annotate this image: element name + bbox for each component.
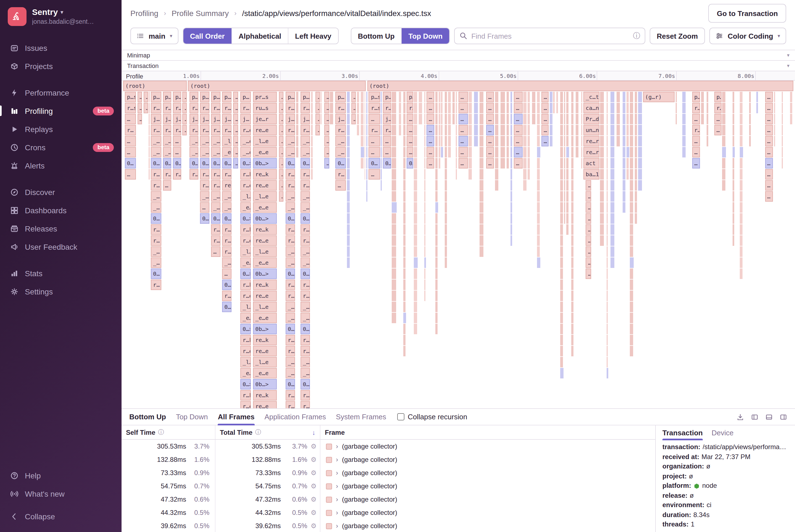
flame-frame[interactable]: _e…e xyxy=(253,147,277,157)
self-time-header[interactable]: Self Time ⓘ xyxy=(121,425,215,439)
flame-stripe[interactable] xyxy=(528,92,530,179)
flame-frame[interactable]: _… xyxy=(211,191,221,202)
flame-frame[interactable]: 0b…> xyxy=(253,268,277,279)
flame-stripe[interactable] xyxy=(566,92,569,235)
flame-frame[interactable]: … xyxy=(486,125,494,135)
flame-frame[interactable]: _e… xyxy=(240,368,250,378)
gear-icon[interactable]: ⚙ xyxy=(310,470,317,476)
flame-frame[interactable]: p… xyxy=(714,92,721,102)
flame-frame[interactable]: r… xyxy=(301,169,310,179)
top-down-button[interactable]: Top Down xyxy=(401,28,449,44)
flame-frame[interactable]: r… xyxy=(301,180,310,191)
flame-frame[interactable]: _… xyxy=(151,136,161,146)
flame-frame[interactable]: _… xyxy=(301,357,310,367)
flame-stripe[interactable] xyxy=(366,92,368,202)
flame-stripe[interactable] xyxy=(553,92,555,113)
flame-stripe[interactable] xyxy=(456,92,458,179)
flame-root-frame[interactable]: (root) xyxy=(188,81,365,91)
flame-frame[interactable]: … xyxy=(279,125,284,135)
flame-frame[interactable]: p… xyxy=(383,92,391,102)
flame-frame[interactable]: _l…e xyxy=(253,191,277,202)
flame-frame[interactable]: … xyxy=(458,125,468,135)
flame-stripe[interactable] xyxy=(418,92,422,124)
flame-frame[interactable]: r…k xyxy=(240,224,250,235)
flame-frame[interactable]: … xyxy=(542,114,549,124)
flame-frame[interactable]: r…k xyxy=(240,280,250,290)
table-row[interactable]: 47.32ms0.6%47.32ms0.6%⚙›(garbage collect… xyxy=(121,493,655,506)
left-heavy-button[interactable]: Left Heavy xyxy=(288,28,338,44)
flame-frame[interactable]: _e…e xyxy=(253,313,277,323)
flame-frame[interactable]: … xyxy=(514,136,523,146)
flame-frame[interactable]: r… xyxy=(286,235,295,246)
flame-frame[interactable]: … xyxy=(514,114,523,124)
flame-frame[interactable]: r… xyxy=(335,103,345,113)
flame-frame[interactable]: … xyxy=(233,147,238,157)
flame-frame[interactable]: … xyxy=(125,114,136,124)
flame-frame[interactable]: _e… xyxy=(222,147,231,157)
flame-frame[interactable]: … xyxy=(233,125,238,135)
flame-frame[interactable]: … xyxy=(183,114,187,124)
flame-frame[interactable]: r… xyxy=(151,103,161,113)
sidebar-item-alerts[interactable]: Alerts xyxy=(0,156,121,175)
flame-frame[interactable]: _l…e xyxy=(253,302,277,312)
flame-frame[interactable]: … xyxy=(586,258,591,268)
flame-frame[interactable]: r…e xyxy=(211,180,221,191)
flame-frame[interactable]: _e… xyxy=(240,202,250,213)
flame-frame[interactable]: … xyxy=(279,158,284,169)
flame-frame[interactable]: 0… xyxy=(125,158,136,169)
flame-frame[interactable]: j… xyxy=(301,114,310,124)
flame-stripe[interactable] xyxy=(630,92,634,356)
flame-frame[interactable]: r…e xyxy=(222,125,231,135)
flame-frame[interactable]: ba…1 xyxy=(583,169,599,179)
flame-frame[interactable]: … xyxy=(335,180,345,191)
flame-frame[interactable]: _… xyxy=(286,368,295,378)
table-row[interactable]: 73.33ms0.9%73.33ms0.9%⚙›(garbage collect… xyxy=(121,466,655,479)
flame-frame[interactable]: … xyxy=(163,180,172,191)
flame-frame[interactable]: r… xyxy=(286,346,295,356)
flame-frame[interactable]: … xyxy=(586,213,591,224)
flame-frame[interactable]: 0… xyxy=(222,213,231,224)
flame-frame[interactable]: _… xyxy=(335,136,345,146)
sort-desc-icon[interactable]: ↓ xyxy=(312,429,316,436)
flame-frame[interactable]: … xyxy=(316,103,320,113)
flame-frame[interactable]: … xyxy=(765,136,773,146)
flame-stripe[interactable] xyxy=(616,92,621,146)
flame-frame[interactable]: r… xyxy=(222,246,231,257)
flame-frame[interactable]: _… xyxy=(286,136,295,146)
flame-frame[interactable]: r… xyxy=(301,224,310,235)
flame-frame[interactable]: … xyxy=(352,114,356,124)
flame-frame[interactable]: r… xyxy=(222,290,231,301)
flame-frame[interactable]: r…s xyxy=(369,103,380,113)
flame-stripe[interactable] xyxy=(435,92,438,334)
flame-frame[interactable]: j…r xyxy=(211,114,221,124)
flame-frame[interactable]: 0b…> xyxy=(253,213,277,224)
flame-frame[interactable]: _… xyxy=(151,147,161,157)
flame-frame[interactable]: r… xyxy=(301,235,310,246)
flame-stripe[interactable] xyxy=(790,92,793,124)
flame-frame[interactable]: r… xyxy=(211,235,221,246)
alphabetical-button[interactable]: Alphabetical xyxy=(231,28,288,44)
flame-stripe[interactable] xyxy=(622,92,626,213)
flame-stripe[interactable] xyxy=(701,92,704,124)
flame-frame[interactable]: 0… xyxy=(286,158,295,169)
flame-stripe[interactable] xyxy=(635,92,638,224)
flame-frame[interactable]: … xyxy=(279,103,284,113)
flame-frame[interactable]: … xyxy=(714,114,721,124)
flame-frame[interactable]: … xyxy=(324,92,329,102)
flame-frame[interactable]: … xyxy=(352,103,356,113)
flame-frame[interactable]: r… xyxy=(286,401,295,408)
flame-frame[interactable]: p… xyxy=(407,92,413,102)
flame-frame[interactable]: _… xyxy=(286,302,295,312)
flame-frame[interactable]: _… xyxy=(286,191,295,202)
export-icon[interactable] xyxy=(736,413,744,421)
flame-frame[interactable]: _… xyxy=(190,147,198,157)
flame-stripe[interactable] xyxy=(549,92,553,146)
sidebar-item-discover[interactable]: Discover xyxy=(0,183,121,201)
flame-frame[interactable]: … xyxy=(183,92,187,102)
flame-frame[interactable]: _… xyxy=(286,246,295,257)
tab-top-down[interactable]: Top Down xyxy=(176,409,208,425)
sidebar-item-help[interactable]: Help xyxy=(0,466,121,484)
flame-frame[interactable]: r… xyxy=(163,169,172,179)
flame-frame[interactable]: … xyxy=(407,147,413,157)
sidebar-item-releases[interactable]: Releases xyxy=(0,219,121,238)
